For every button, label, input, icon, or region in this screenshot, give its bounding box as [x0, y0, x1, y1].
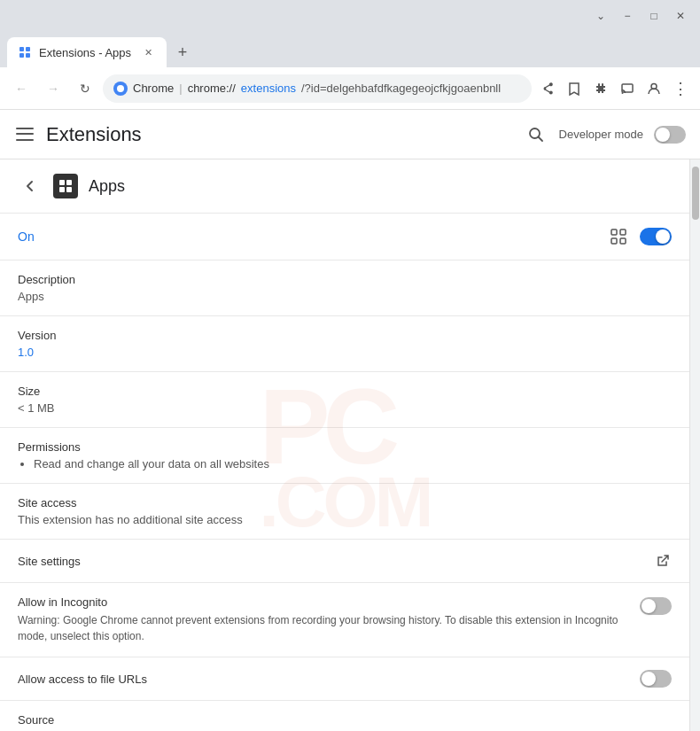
- hamburger-menu-button[interactable]: [14, 124, 35, 145]
- forward-nav-button[interactable]: →: [39, 74, 67, 103]
- svg-rect-13: [66, 187, 72, 192]
- active-tab[interactable]: Extensions - Apps ✕: [7, 37, 167, 67]
- extensions-content: PC .COM: [0, 159, 700, 731]
- allow-incognito-toggle-wrap: [640, 595, 672, 615]
- developer-mode-toggle[interactable]: [654, 126, 686, 144]
- svg-rect-17: [620, 238, 626, 244]
- url-scheme: chrome://: [188, 82, 236, 95]
- extensions-title: Extensions: [46, 123, 142, 146]
- description-row: Description Apps: [0, 261, 689, 316]
- svg-rect-1: [26, 47, 30, 51]
- svg-rect-3: [26, 53, 30, 58]
- address-bar[interactable]: Chrome | chrome://extensions/?id=delgehb…: [103, 74, 532, 103]
- allow-incognito-text: Allow in Incognito Warning: Google Chrom…: [18, 595, 629, 644]
- on-status-label: On: [18, 229, 35, 244]
- source-row: Source Not from Chrome Web Store.: [0, 701, 689, 731]
- version-value: 1.0: [18, 346, 672, 359]
- site-access-value: This extension has no additional site ac…: [18, 513, 672, 526]
- permission-item: Read and change all your data on all web…: [34, 457, 672, 470]
- external-link-icon[interactable]: [654, 552, 672, 570]
- header-right-area: Developer mode: [524, 122, 686, 147]
- close-button[interactable]: ✕: [668, 7, 693, 25]
- profile-icon[interactable]: [642, 76, 666, 101]
- svg-rect-14: [611, 229, 617, 235]
- allow-file-urls-row: Allow access to file URLs: [0, 657, 689, 701]
- tab-bar: Extensions - Apps ✕ +: [0, 32, 700, 67]
- url-params: /?id=delgehbafdfkagegeojcfkjgoaenbnll: [301, 82, 501, 95]
- svg-rect-12: [59, 187, 65, 192]
- allow-file-urls-label: Allow access to file URLs: [18, 673, 147, 686]
- extensions-icon[interactable]: [588, 76, 613, 101]
- extension-detail-panel: Apps On: [0, 159, 689, 731]
- svg-rect-16: [611, 238, 617, 244]
- svg-rect-15: [620, 229, 626, 235]
- permissions-row: Permissions Read and change all your dat…: [0, 428, 689, 484]
- on-off-row-right: [608, 226, 672, 247]
- title-bar: ⌄ − □ ✕: [0, 0, 700, 32]
- description-value: Apps: [18, 290, 672, 303]
- allow-incognito-desc: Warning: Google Chrome cannot prevent ex…: [18, 612, 629, 644]
- url-path: extensions: [241, 82, 296, 95]
- extension-detail-header: Apps: [0, 159, 689, 214]
- permissions-value: Read and change all your data on all web…: [18, 457, 672, 470]
- chrome-logo-icon: [113, 82, 128, 96]
- allow-incognito-label: Allow in Incognito: [18, 595, 629, 609]
- back-nav-button[interactable]: ←: [7, 74, 35, 103]
- site-settings-label: Site settings: [18, 555, 81, 568]
- size-value: < 1 MB: [18, 401, 672, 415]
- version-row: Version 1.0: [0, 316, 689, 372]
- reload-button[interactable]: ↻: [71, 74, 99, 103]
- tab-close-button[interactable]: ✕: [140, 44, 156, 60]
- grid-view-icon[interactable]: [608, 226, 629, 247]
- maximize-button[interactable]: □: [642, 7, 666, 25]
- extension-app-name: Apps: [89, 177, 125, 196]
- extension-detail-main: PC .COM: [0, 159, 689, 731]
- size-row: Size < 1 MB: [0, 372, 689, 428]
- svg-point-6: [622, 92, 624, 94]
- scrollbar-track[interactable]: [689, 159, 700, 731]
- security-indicator: [113, 82, 128, 96]
- svg-rect-0: [19, 47, 24, 51]
- permissions-label: Permissions: [18, 440, 672, 454]
- new-tab-button[interactable]: +: [170, 40, 195, 65]
- browser-frame: ⌄ − □ ✕ Extensions - Apps ✕ + ← →: [0, 0, 700, 731]
- scrollbar-thumb[interactable]: [692, 167, 699, 220]
- minimize-button[interactable]: −: [615, 7, 640, 25]
- tab-title: Extensions - Apps: [39, 46, 133, 59]
- chrome-brand-label: Chrome: [133, 82, 174, 95]
- svg-rect-2: [19, 53, 24, 58]
- tab-favicon: [18, 45, 32, 59]
- site-access-row: Site access This extension has no additi…: [0, 484, 689, 540]
- allow-incognito-toggle[interactable]: [640, 597, 672, 615]
- content-wrapper: PC .COM: [0, 159, 689, 731]
- cast-icon[interactable]: [615, 76, 640, 101]
- developer-mode-label: Developer mode: [559, 128, 643, 141]
- svg-point-4: [117, 85, 124, 92]
- on-off-row: On: [0, 214, 689, 261]
- chrome-menu-button[interactable]: ⋮: [668, 76, 693, 101]
- extensions-header: Extensions Developer mode: [0, 110, 700, 159]
- extensions-page: Extensions Developer mode PC .COM: [0, 110, 700, 731]
- window-controls: ⌄ − □ ✕: [588, 7, 693, 25]
- site-access-label: Site access: [18, 496, 672, 509]
- allow-file-urls-toggle[interactable]: [640, 670, 672, 688]
- url-separator: |: [179, 82, 182, 95]
- chevron-down-icon[interactable]: ⌄: [588, 7, 613, 25]
- app-icon: [53, 174, 78, 198]
- permissions-list: Read and change all your data on all web…: [18, 457, 672, 470]
- extension-enable-toggle[interactable]: [640, 228, 672, 245]
- version-label: Version: [18, 329, 672, 342]
- address-bar-row: ← → ↻ Chrome | chrome://extensions/?id=d…: [0, 67, 700, 110]
- description-label: Description: [18, 273, 672, 286]
- back-to-extensions-button[interactable]: [18, 174, 43, 198]
- svg-rect-10: [59, 180, 65, 185]
- svg-line-9: [538, 136, 542, 141]
- svg-rect-11: [66, 180, 72, 185]
- bookmark-icon[interactable]: [562, 76, 587, 101]
- size-label: Size: [18, 385, 672, 398]
- site-settings-row: Site settings: [0, 540, 689, 583]
- allow-incognito-row: Allow in Incognito Warning: Google Chrom…: [0, 583, 689, 657]
- share-icon[interactable]: [535, 76, 560, 101]
- address-bar-icons: ⋮: [535, 76, 693, 101]
- search-extensions-button[interactable]: [524, 122, 548, 147]
